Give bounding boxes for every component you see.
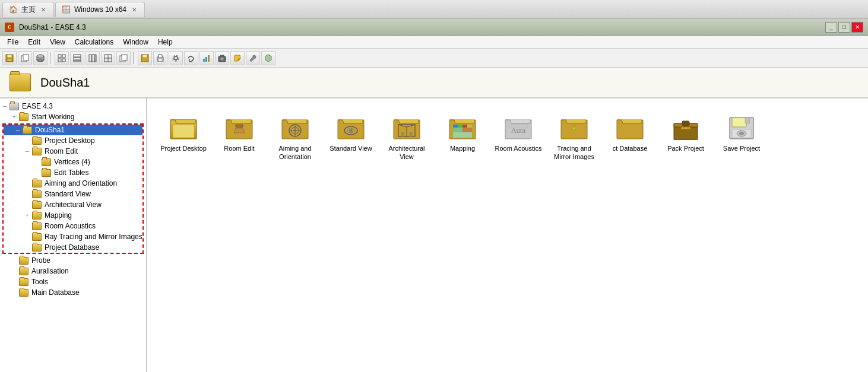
folder-icon-room-edit	[32, 148, 42, 155]
icon-room-edit[interactable]: Room Edit	[213, 108, 266, 158]
sidebar-item-main-database[interactable]: Main Database	[0, 287, 146, 298]
menu-file[interactable]: File	[2, 37, 23, 47]
toolbar-grid3-btn[interactable]	[85, 51, 100, 65]
sidebar-item-dousha1[interactable]: ─ DouSha1	[4, 125, 142, 135]
icon-project-desktop[interactable]: Project Desktop	[157, 108, 210, 158]
sidebar-item-edit-tables[interactable]: Edit Tables	[4, 167, 142, 178]
icon-tracing-mirror[interactable]: Tracing and Mirror Images	[547, 108, 601, 167]
toolbar-camera-btn[interactable]	[215, 51, 229, 65]
sidebar-item-ray-tracing[interactable]: Ray Tracing and Mirror Images	[4, 231, 142, 242]
taskbar-tab-home[interactable]: 🏠 主页 ✕	[2, 2, 54, 17]
toolbar-grid1-btn[interactable]	[55, 51, 69, 65]
room-edit-label: Room Edit	[43, 147, 78, 155]
sidebar-item-tools[interactable]: Tools	[0, 276, 146, 287]
expand-architectural-view	[23, 200, 32, 209]
minimize-button[interactable]: _	[825, 22, 837, 33]
toolbar-note-btn[interactable]	[230, 51, 245, 65]
svg-rect-60	[453, 125, 458, 128]
dousha1-label: DouSha1	[34, 126, 65, 134]
svg-rect-4	[23, 55, 28, 61]
toolbar-wrench-btn[interactable]	[246, 51, 260, 65]
taskbar-close-home[interactable]: ✕	[39, 5, 47, 14]
icon-save-project[interactable]: Save Project	[715, 108, 768, 158]
expand-project-database	[23, 243, 32, 252]
sidebar-item-start-working[interactable]: + Start Working	[0, 112, 146, 122]
toolbar-grid2-btn[interactable]	[70, 51, 84, 65]
folder-icon-mapping	[32, 212, 42, 220]
sidebar-item-auralisation[interactable]: Auralisation	[0, 266, 146, 276]
sidebar-item-project-database[interactable]: Project Database	[4, 242, 142, 253]
icon-architectural-view[interactable]: Architectural View	[380, 108, 433, 167]
svg-rect-27	[159, 59, 162, 61]
sidebar-item-project-desktop[interactable]: Project Desktop	[4, 135, 142, 146]
maximize-button[interactable]: □	[838, 22, 850, 33]
taskbar-tab-home-label: 主页	[21, 5, 36, 15]
svg-rect-1	[7, 55, 12, 58]
sidebar-item-aiming[interactable]: Aiming and Orientation	[4, 178, 142, 189]
toolbar-chart-btn[interactable]	[199, 51, 214, 65]
room-acoustics-icon-label: Room Acoustics	[495, 144, 542, 152]
project-database-label: Project Database	[43, 243, 99, 252]
toolbar-hexagon-btn[interactable]	[261, 51, 275, 65]
icon-standard-view[interactable]: Standard View	[324, 108, 378, 158]
standard-view-img	[337, 113, 365, 142]
expand-project-desktop	[23, 136, 32, 145]
svg-rect-16	[92, 55, 94, 62]
menu-help[interactable]: Help	[153, 37, 178, 47]
toolbar-sep-2	[133, 52, 135, 64]
expand-main-database	[9, 288, 19, 297]
sidebar-item-room-acoustics[interactable]: Room Acoustics	[4, 221, 142, 231]
folder-icon-ease43	[9, 103, 19, 110]
folder-icon-probe	[19, 257, 28, 265]
toolbar-gear-btn[interactable]	[169, 51, 183, 65]
sidebar: ─ EASE 4.3 + Start Working ─ DouSha1 Pro…	[0, 98, 147, 372]
menu-edit[interactable]: Edit	[23, 37, 45, 47]
svg-rect-14	[74, 61, 81, 62]
sidebar-item-ease43[interactable]: ─ EASE 4.3	[0, 101, 146, 112]
sidebar-item-standard-view[interactable]: Standard View	[4, 189, 142, 199]
folder-icon-start-working	[19, 113, 28, 121]
icon-mapping[interactable]: Mapping	[436, 108, 489, 158]
ray-tracing-label: Ray Tracing and Mirror Images	[43, 233, 142, 241]
sidebar-item-probe[interactable]: Probe	[0, 255, 146, 266]
menu-window[interactable]: Window	[118, 37, 153, 47]
taskbar: 🏠 主页 ✕ 🪟 Windows 10 x64 ✕	[0, 0, 868, 19]
toolbar-disk-btn[interactable]	[33, 51, 47, 65]
toolbar	[0, 49, 868, 68]
folder-icon-room-acoustics	[32, 222, 42, 230]
architectural-view-label: Architectural View	[43, 201, 102, 209]
standard-view-label: Standard View	[43, 190, 91, 198]
probe-label: Probe	[30, 256, 50, 265]
sidebar-item-architectural-view[interactable]: Architectural View	[4, 199, 142, 210]
toolbar-link-btn[interactable]	[184, 51, 198, 65]
svg-rect-10	[58, 59, 61, 62]
toolbar-save-btn[interactable]	[2, 51, 17, 65]
toolbar-print-btn[interactable]	[153, 51, 167, 65]
toolbar-copy-btn[interactable]	[18, 51, 32, 65]
toolbar-grid4-btn[interactable]	[101, 51, 115, 65]
svg-rect-12	[74, 55, 81, 57]
svg-point-28	[174, 56, 178, 60]
room-edit-icon-label: Room Edit	[224, 144, 254, 152]
taskbar-close-windows[interactable]: ✕	[130, 5, 138, 14]
taskbar-tab-windows[interactable]: 🪟 Windows 10 x64 ✕	[55, 2, 145, 17]
sidebar-item-mapping[interactable]: + Mapping	[4, 210, 142, 221]
svg-rect-65	[462, 128, 472, 132]
icon-pack-project[interactable]: Pack Project	[659, 108, 712, 158]
icon-aiming-orientation[interactable]: Aiming and Orientation	[268, 108, 322, 167]
menu-view[interactable]: View	[45, 37, 70, 47]
toolbar-copy2-btn[interactable]	[116, 51, 131, 65]
icon-grid: Project Desktop Room Edit	[157, 108, 859, 167]
expand-probe	[9, 256, 19, 265]
folder-icon-aiming	[32, 180, 42, 187]
icon-room-acoustics[interactable]: Aura Room Acoustics	[492, 108, 545, 158]
svg-rect-2	[7, 59, 12, 61]
sidebar-item-room-edit[interactable]: ─ Room Edit	[4, 146, 142, 157]
svg-rect-11	[62, 59, 65, 62]
menu-calculations[interactable]: Calculations	[70, 37, 118, 47]
close-button[interactable]: ✕	[851, 22, 863, 33]
toolbar-save2-btn[interactable]	[138, 51, 152, 65]
icon-ct-database[interactable]: ct Database	[603, 108, 657, 158]
svg-rect-62	[462, 125, 467, 128]
sidebar-item-vertices[interactable]: Vertices (4)	[4, 157, 142, 167]
